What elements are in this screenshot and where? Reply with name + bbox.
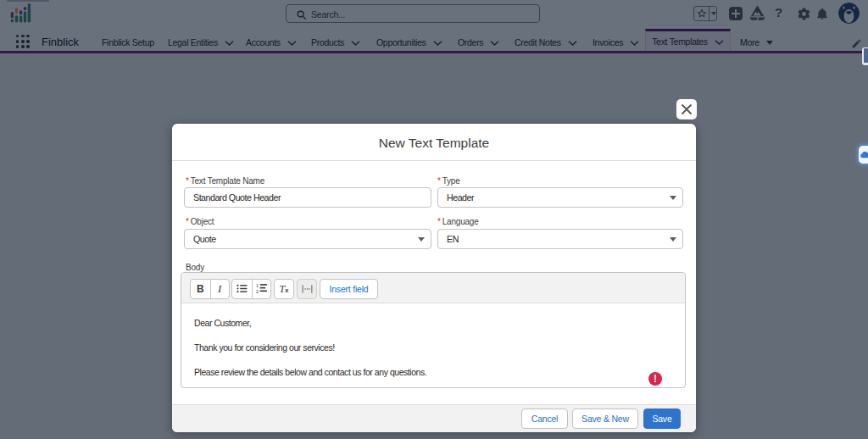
svg-text:2: 2 — [256, 289, 259, 293]
svg-text:1: 1 — [256, 283, 259, 288]
